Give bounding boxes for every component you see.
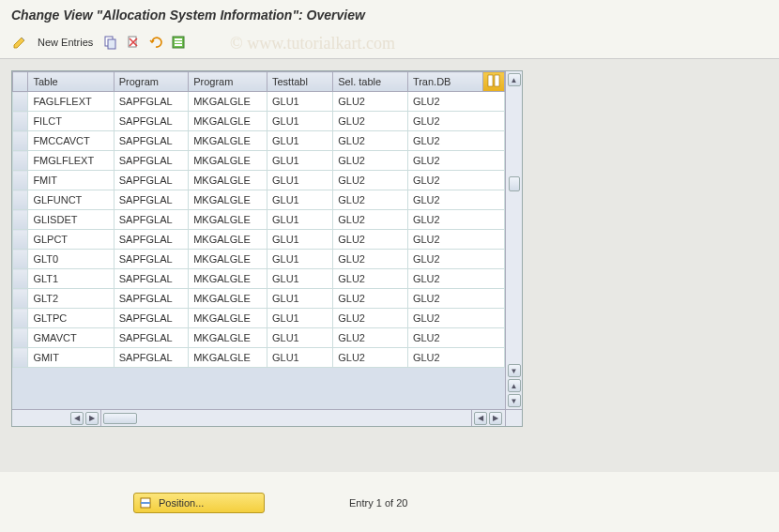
- table-row[interactable]: FAGLFLEXTSAPFGLALMKGALGLEGLU1GLU2GLU2: [13, 92, 505, 112]
- column-header-table[interactable]: Table: [28, 72, 114, 92]
- table-row[interactable]: GLPCTSAPFGLALMKGALGLEGLU1GLU2GLU2: [13, 230, 505, 250]
- table-row[interactable]: GLT0SAPFGLALMKGALGLEGLU1GLU2GLU2: [13, 250, 505, 269]
- cell-tran-db[interactable]: GLU2: [407, 190, 504, 210]
- cell-tran-db[interactable]: GLU2: [407, 328, 504, 348]
- cell-sel-table[interactable]: GLU2: [333, 92, 408, 112]
- cell-program2[interactable]: MKGALGLE: [189, 230, 267, 250]
- cell-testtabl[interactable]: GLU1: [267, 171, 332, 190]
- h-scroll-right-arrow2[interactable]: ▶: [489, 412, 502, 425]
- row-selector-header[interactable]: [13, 72, 28, 92]
- cell-sel-table[interactable]: GLU2: [333, 171, 408, 190]
- cell-tran-db[interactable]: GLU2: [407, 92, 504, 112]
- cell-program2[interactable]: MKGALGLE: [189, 112, 267, 131]
- cell-tran-db[interactable]: GLU2: [407, 210, 504, 230]
- cell-program1[interactable]: SAPFGLAL: [114, 171, 188, 190]
- cell-testtabl[interactable]: GLU1: [267, 289, 332, 309]
- cell-tran-db[interactable]: GLU2: [407, 171, 504, 190]
- table-row[interactable]: FMGLFLEXTSAPFGLALMKGALGLEGLU1GLU2GLU2: [13, 151, 505, 171]
- column-header-tran-db[interactable]: Tran.DB: [407, 72, 482, 92]
- cell-testtabl[interactable]: GLU1: [267, 309, 332, 328]
- cell-table[interactable]: GLPCT: [28, 230, 114, 250]
- table-row[interactable]: FMITSAPFGLALMKGALGLEGLU1GLU2GLU2: [13, 171, 505, 190]
- cell-program1[interactable]: SAPFGLAL: [114, 92, 188, 112]
- cell-tran-db[interactable]: GLU2: [407, 112, 504, 131]
- cell-table[interactable]: FMCCAVCT: [28, 131, 114, 151]
- vertical-scrollbar[interactable]: ▲ ▼ ▲ ▼: [505, 71, 522, 409]
- table-row[interactable]: GMAVCTSAPFGLALMKGALGLEGLU1GLU2GLU2: [13, 328, 505, 348]
- new-entries-button[interactable]: New Entries: [34, 37, 97, 48]
- cell-table[interactable]: FAGLFLEXT: [28, 92, 114, 112]
- cell-table[interactable]: GMAVCT: [28, 328, 114, 348]
- cell-sel-table[interactable]: GLU2: [333, 348, 408, 368]
- horizontal-scrollbar[interactable]: ◀ ▶ ◀ ▶: [12, 409, 522, 426]
- scroll-thumb[interactable]: [509, 176, 520, 191]
- table-row[interactable]: FMCCAVCTSAPFGLALMKGALGLEGLU1GLU2GLU2: [13, 131, 505, 151]
- cell-program1[interactable]: SAPFGLAL: [114, 230, 188, 250]
- cell-program1[interactable]: SAPFGLAL: [114, 309, 188, 328]
- cell-testtabl[interactable]: GLU1: [267, 92, 332, 112]
- cell-sel-table[interactable]: GLU2: [333, 289, 408, 309]
- cell-testtabl[interactable]: GLU1: [267, 190, 332, 210]
- cell-sel-table[interactable]: GLU2: [333, 269, 408, 289]
- cell-sel-table[interactable]: GLU2: [333, 210, 408, 230]
- cell-table[interactable]: GLISDET: [28, 210, 114, 230]
- cell-program1[interactable]: SAPFGLAL: [114, 269, 188, 289]
- scroll-bottom-arrow[interactable]: ▲: [508, 379, 521, 392]
- cell-program1[interactable]: SAPFGLAL: [114, 190, 188, 210]
- row-selector[interactable]: [13, 112, 28, 131]
- cell-testtabl[interactable]: GLU1: [267, 348, 332, 368]
- scroll-up-arrow[interactable]: ▲: [508, 73, 521, 86]
- cell-program1[interactable]: SAPFGLAL: [114, 328, 188, 348]
- cell-table[interactable]: FMGLFLEXT: [28, 151, 114, 171]
- cell-tran-db[interactable]: GLU2: [407, 230, 504, 250]
- table-row[interactable]: GLTPCSAPFGLALMKGALGLEGLU1GLU2GLU2: [13, 309, 505, 328]
- row-selector[interactable]: [13, 171, 28, 190]
- cell-tran-db[interactable]: GLU2: [407, 250, 504, 269]
- row-selector[interactable]: [13, 151, 28, 171]
- row-selector[interactable]: [13, 92, 28, 112]
- cell-sel-table[interactable]: GLU2: [333, 230, 408, 250]
- cell-program2[interactable]: MKGALGLE: [189, 328, 267, 348]
- cell-program2[interactable]: MKGALGLE: [189, 309, 267, 328]
- cell-table[interactable]: GMIT: [28, 348, 114, 368]
- table-row[interactable]: GLT1SAPFGLALMKGALGLEGLU1GLU2GLU2: [13, 269, 505, 289]
- cell-program2[interactable]: MKGALGLE: [189, 250, 267, 269]
- cell-program1[interactable]: SAPFGLAL: [114, 131, 188, 151]
- column-header-program1[interactable]: Program: [114, 72, 188, 92]
- cell-table[interactable]: GLTPC: [28, 309, 114, 328]
- cell-program1[interactable]: SAPFGLAL: [114, 210, 188, 230]
- cell-tran-db[interactable]: GLU2: [407, 348, 504, 368]
- cell-sel-table[interactable]: GLU2: [333, 328, 408, 348]
- h-scroll-thumb[interactable]: [103, 413, 137, 424]
- row-selector[interactable]: [13, 309, 28, 328]
- cell-testtabl[interactable]: GLU1: [267, 269, 332, 289]
- cell-tran-db[interactable]: GLU2: [407, 289, 504, 309]
- cell-program1[interactable]: SAPFGLAL: [114, 250, 188, 269]
- scroll-bottom-arrow2[interactable]: ▼: [508, 394, 521, 407]
- cell-program1[interactable]: SAPFGLAL: [114, 112, 188, 131]
- cell-testtabl[interactable]: GLU1: [267, 210, 332, 230]
- cell-program2[interactable]: MKGALGLE: [189, 190, 267, 210]
- cell-program2[interactable]: MKGALGLE: [189, 289, 267, 309]
- cell-program2[interactable]: MKGALGLE: [189, 151, 267, 171]
- scroll-down-arrow[interactable]: ▼: [508, 364, 521, 377]
- row-selector[interactable]: [13, 328, 28, 348]
- cell-program1[interactable]: SAPFGLAL: [114, 348, 188, 368]
- cell-program2[interactable]: MKGALGLE: [189, 92, 267, 112]
- row-selector[interactable]: [13, 348, 28, 368]
- cell-tran-db[interactable]: GLU2: [407, 151, 504, 171]
- cell-program2[interactable]: MKGALGLE: [189, 269, 267, 289]
- cell-sel-table[interactable]: GLU2: [333, 112, 408, 131]
- cell-testtabl[interactable]: GLU1: [267, 328, 332, 348]
- cell-table[interactable]: GLT2: [28, 289, 114, 309]
- row-selector[interactable]: [13, 269, 28, 289]
- cell-tran-db[interactable]: GLU2: [407, 269, 504, 289]
- table-row[interactable]: GLFUNCTSAPFGLALMKGALGLEGLU1GLU2GLU2: [13, 190, 505, 210]
- cell-sel-table[interactable]: GLU2: [333, 131, 408, 151]
- cell-tran-db[interactable]: GLU2: [407, 309, 504, 328]
- cell-testtabl[interactable]: GLU1: [267, 230, 332, 250]
- cell-table[interactable]: FMIT: [28, 171, 114, 190]
- cell-program2[interactable]: MKGALGLE: [189, 171, 267, 190]
- h-scroll-left-arrow[interactable]: ◀: [70, 412, 84, 425]
- cell-table[interactable]: GLFUNCT: [28, 190, 114, 210]
